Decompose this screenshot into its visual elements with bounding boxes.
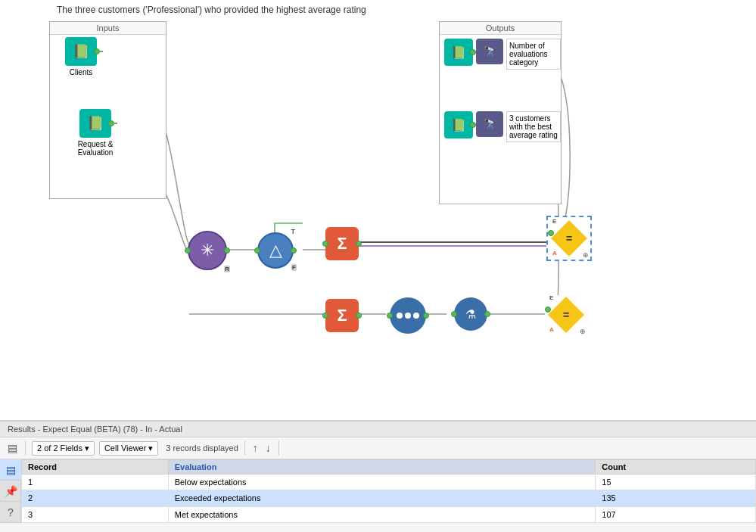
cluster-right-connector [224,247,230,254]
sigma-node-top[interactable]: Σ [325,227,359,260]
binoculars-icon-2: 🔭 [476,111,503,137]
sigma-icon-bottom: Σ [325,299,359,332]
viewer-chevron: ▾ [148,443,153,453]
fields-label: 2 of 2 Fields [37,443,82,453]
request-eval-label: Request & Evaluation [65,140,126,157]
sigma-bottom-left-connector [322,313,328,319]
left-icon-panel: ▤ 📌 ? [0,459,21,523]
sigma-top-left-connector [322,241,328,247]
table-row[interactable]: 2Exceeded expectations135 [22,490,756,506]
cell-evaluation: Met expectations [168,506,596,522]
records-label: 3 records displayed [166,443,238,453]
formula-left-connector [254,247,260,254]
browse-icon [390,297,426,334]
formula-icon: △ [257,232,294,269]
left-pin-btn[interactable]: 📌 [0,481,21,502]
formula-label-t: T [291,228,296,235]
results-table: Record Evaluation Count 1Below expectati… [21,459,756,523]
outputs-box: Outputs 📗 🔭 Number of evaluations catego… [439,21,562,204]
output-node-2[interactable]: 📗 🔭 3 customers with the best average ra… [444,111,561,142]
inputs-title: Inputs [50,22,166,35]
main-canvas: The three customers ('Professional') who… [0,0,756,420]
diamond-top-a-label: A [552,250,557,257]
table-row[interactable]: 3Met expectations107 [22,506,756,522]
col-evaluation: Evaluation [168,460,596,474]
cell-viewer-label: Cell Viewer [104,443,146,453]
toolbar-sep-1 [25,440,26,456]
output-node-1[interactable]: 📗 🔭 Number of evaluations category [444,39,561,70]
cell-record: 2 [22,490,169,506]
sigma-top-right-connector [356,241,362,247]
cell-evaluation: Below expectations [168,474,596,490]
cell-count: 135 [596,490,756,506]
toolbar-sep-3 [278,440,279,456]
eval-category-icon: 📗 [444,39,473,66]
sort-down-btn[interactable]: ↓ [264,440,272,456]
best-avg-label: 3 customers with the best average rating [506,111,561,142]
compare-node[interactable]: ⚗ [454,297,487,331]
results-content: ▤ 📌 ? Record Evaluation Count 1Below exp… [0,459,756,523]
cluster-bottom-label: R [224,266,230,272]
fields-selector-btn[interactable]: 2 of 2 Fields ▾ [32,441,95,456]
browse-right-connector [423,313,429,319]
sigma-bottom-right-connector [356,313,362,319]
diamond-top-e-label: E [552,218,556,225]
cell-count: 15 [596,474,756,490]
best-avg-output-connector [470,122,476,128]
top-text: The three customers ('Professional') who… [57,5,366,15]
request-eval-node[interactable]: 📗 Request & Evaluation [65,109,126,157]
left-question-btn[interactable]: ? [0,502,21,523]
diamond-bottom-a-label: A [549,326,554,333]
browse-node[interactable] [390,297,426,334]
outputs-title: Outputs [440,22,561,35]
request-eval-icon: 📗 [79,109,111,138]
sort-up-btn[interactable]: ↑ [251,440,260,456]
col-record: Record [22,460,169,474]
cell-record: 1 [22,474,169,490]
inputs-box: Inputs 📗 Clients 📗 Request & Evaluation [49,21,166,199]
browse-left-connector [387,313,393,319]
sigma-node-bottom[interactable]: Σ [325,299,359,332]
clients-output-connector [94,48,100,54]
cell-record: 3 [22,506,169,522]
compare-right-connector [484,311,490,317]
compare-left-connector [451,311,457,317]
left-table-btn[interactable]: ▤ [0,459,21,481]
clients-icon: 📗 [65,37,97,66]
eval-category-label: Number of evaluations category [506,39,561,70]
diamond-node-bottom[interactable]: = E A ⊕ [546,295,586,334]
formula-label-f: F [291,264,297,271]
formula-node[interactable]: △ T F [257,232,294,269]
cell-count: 107 [596,506,756,522]
cell-evaluation: Exceeded expectations [168,490,596,506]
cluster-icon: ✳ [188,231,227,270]
diamond-top-add: ⊕ [583,251,589,259]
binoculars-icon-1: 🔭 [476,39,503,64]
cluster-node[interactable]: ✳ R [188,231,227,270]
formula-right-connector [291,247,297,254]
cell-viewer-btn[interactable]: Cell Viewer ▾ [99,441,158,456]
results-toolbar: ▤ 2 of 2 Fields ▾ Cell Viewer ▾ 3 record… [0,437,756,459]
clients-node[interactable]: 📗 Clients [65,37,97,76]
results-panel: Results - Expect Equal (BETA) (78) - In … [0,420,756,532]
table-row[interactable]: 1Below expectations15 [22,474,756,490]
diamond-bottom-e-label: E [549,294,553,301]
compare-icon: ⚗ [454,297,487,331]
clients-label: Clients [70,68,93,76]
cluster-left-connector [185,247,191,254]
eval-output1-connector [470,49,476,55]
best-avg-icon: 📗 [444,111,473,138]
diamond-top-left-connector [548,230,554,236]
results-header: Results - Expect Equal (BETA) (78) - In … [0,422,756,437]
request-eval-output-connector [108,120,114,126]
table-view-btn[interactable]: ▤ [6,440,19,456]
diamond-bottom-add: ⊕ [580,328,586,335]
toolbar-sep-2 [244,440,245,456]
diamond-node-top[interactable]: = E A ⊕ [546,216,592,261]
results-tbody: 1Below expectations152Exceeded expectati… [22,474,756,523]
fields-chevron: ▾ [85,443,89,453]
sigma-icon-top: Σ [325,227,359,260]
diamond-bottom-left-connector [545,306,551,313]
col-count: Count [596,460,756,474]
